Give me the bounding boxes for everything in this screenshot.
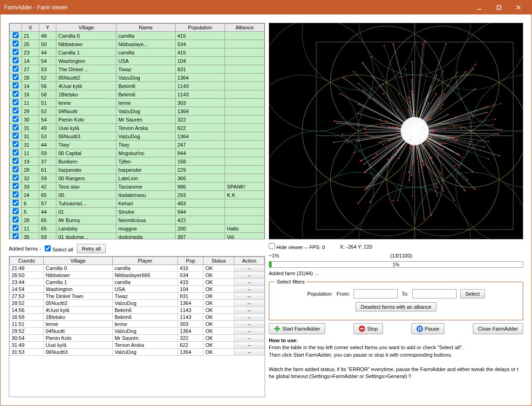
map-viewer[interactable] bbox=[269, 23, 523, 239]
farm-row[interactable]: 14564Uusi kyläBekim61143 bbox=[10, 82, 265, 90]
added-row[interactable]: 16:581BletskoBekim61143OK-- bbox=[10, 314, 265, 321]
farm-row-checkbox[interactable] bbox=[13, 200, 19, 206]
farm-col-header[interactable]: Village bbox=[56, 24, 116, 32]
farm-col-header[interactable]: Y bbox=[39, 24, 56, 32]
farm-table[interactable]: XYVillageNamePopulationAlliance 2148Cami… bbox=[9, 23, 265, 239]
pop-to-input[interactable] bbox=[412, 289, 457, 298]
farm-row-checkbox[interactable] bbox=[13, 66, 19, 72]
added-col-header[interactable]: Pop bbox=[178, 257, 204, 265]
added-row[interactable]: 26:50NibbatownNibbaslayer666534OK-- bbox=[10, 272, 265, 279]
farm-row-checkbox[interactable] bbox=[13, 41, 19, 47]
farm-row[interactable]: 1151lennelenne303 bbox=[10, 99, 265, 107]
action-button[interactable]: -- bbox=[234, 293, 265, 300]
farm-row-checkbox[interactable] bbox=[13, 133, 19, 139]
hide-viewer-control[interactable]: Hide viewer -- FPS: 0 bbox=[269, 243, 325, 250]
minimize-button[interactable] bbox=[470, 2, 489, 13]
farm-row-checkbox[interactable] bbox=[13, 166, 19, 172]
action-button[interactable]: -- bbox=[234, 328, 265, 335]
close-farmadder-button[interactable]: Close FarmAdder bbox=[473, 323, 523, 334]
farm-col-header[interactable]: X bbox=[22, 24, 39, 32]
farm-row-checkbox[interactable] bbox=[13, 99, 19, 105]
farm-row[interactable]: 1937BunkernTjifen158 bbox=[10, 157, 265, 166]
added-row[interactable]: 14:564Uusi kyläBekim61143OK-- bbox=[10, 307, 265, 314]
added-col-header[interactable]: Village bbox=[43, 257, 112, 265]
farm-row-checkbox[interactable] bbox=[13, 74, 19, 80]
farm-row[interactable]: 2865Mr BunnyNennilicious422 bbox=[10, 216, 265, 224]
farm-col-header[interactable]: Name bbox=[116, 24, 176, 32]
select-all-control[interactable]: Select all bbox=[45, 245, 73, 252]
action-button[interactable]: -- bbox=[234, 300, 265, 307]
farm-row[interactable]: 2753The Dinkel ...Tiwaz831 bbox=[10, 65, 265, 74]
added-col-header[interactable]: Player bbox=[112, 257, 177, 265]
added-col-header[interactable]: Coords bbox=[10, 257, 44, 265]
pop-from-input[interactable] bbox=[354, 289, 398, 298]
action-button[interactable]: -- bbox=[234, 307, 265, 314]
retry-all-button[interactable]: Retry all bbox=[77, 244, 106, 253]
action-button[interactable]: -- bbox=[234, 265, 265, 272]
action-button[interactable]: -- bbox=[234, 349, 265, 356]
farm-row[interactable]: 2861harpenderharpender229 bbox=[10, 166, 265, 174]
select-filter-button[interactable]: Select bbox=[460, 289, 485, 298]
farm-row[interactable]: 2344Camilla 1camilla415 bbox=[10, 48, 265, 57]
farm-row-checkbox[interactable] bbox=[13, 116, 19, 122]
farm-row[interactable]: 1165Landsbymuggne200Hallo bbox=[10, 224, 265, 233]
added-row[interactable]: 29:5204NuuttiValzuDog1364OK-- bbox=[10, 328, 265, 335]
farm-row-checkbox[interactable] bbox=[13, 49, 19, 55]
farm-row-checkbox[interactable] bbox=[13, 158, 19, 164]
farm-row-checkbox[interactable] bbox=[13, 208, 19, 214]
action-button[interactable]: -- bbox=[234, 314, 265, 321]
action-button[interactable]: -- bbox=[234, 279, 265, 286]
farm-row[interactable]: 1454WashingtonUSA104 bbox=[10, 57, 265, 65]
farm-row[interactable]: 2650NibbatownNibbaslaye...534 bbox=[10, 40, 265, 48]
farm-row[interactable]: 115900 CapitalMogoluzInc844 bbox=[10, 149, 265, 157]
farm-row[interactable]: 3144Tkey`Tkey247 bbox=[10, 141, 265, 149]
added-row[interactable]: 28:5205Nuutti2ValzuDog1364OK-- bbox=[10, 300, 265, 307]
farm-row[interactable]: 246500.Itadakimasu293K.K bbox=[10, 191, 265, 199]
farm-row-checkbox[interactable] bbox=[13, 82, 19, 88]
action-button[interactable]: -- bbox=[234, 335, 265, 342]
farm-row[interactable]: 16581BletskoBekim61143 bbox=[10, 90, 265, 99]
farm-row-checkbox[interactable] bbox=[13, 141, 19, 147]
farm-row[interactable]: 54401Sinuhe944 bbox=[10, 208, 265, 216]
deselect-alliance-button[interactable]: Deselect farms with an alliance bbox=[355, 302, 437, 311]
farm-row[interactable]: 325900 RangersLateLion366 bbox=[10, 174, 265, 183]
added-col-header[interactable]: Action bbox=[234, 257, 265, 265]
added-row[interactable]: 23:44Camilla 1camilla415OK-- bbox=[10, 279, 265, 286]
added-table[interactable]: CoordsVillagePlayerPopStatusAction 21:48… bbox=[9, 257, 265, 356]
farm-row[interactable]: 657TuhoamisI...Kehari483 bbox=[10, 199, 265, 208]
action-button[interactable]: -- bbox=[234, 342, 265, 349]
farm-row[interactable]: 3054Pienin KoloMr Saurén322 bbox=[10, 115, 265, 124]
farm-row-checkbox[interactable] bbox=[13, 124, 19, 130]
stop-button[interactable]: Stop bbox=[354, 323, 383, 334]
farm-col-header[interactable] bbox=[10, 24, 22, 32]
farm-row-checkbox[interactable] bbox=[13, 57, 19, 63]
added-row[interactable]: 21:48Camilla 0camilla415OK-- bbox=[10, 265, 265, 272]
farm-row-checkbox[interactable] bbox=[13, 233, 19, 239]
farm-row-checkbox[interactable] bbox=[13, 191, 19, 197]
start-button[interactable]: Start FarmAdder bbox=[269, 323, 325, 334]
added-row[interactable]: 11:51lennelenne303OK-- bbox=[10, 321, 265, 328]
farm-table-panel[interactable]: XYVillageNamePopulationAlliance 2148Cami… bbox=[9, 23, 265, 239]
farm-col-header[interactable]: Alliance bbox=[225, 24, 265, 32]
maximize-button[interactable] bbox=[490, 2, 508, 13]
farm-row[interactable]: 295204NuuttiValzuDog1364 bbox=[10, 107, 265, 115]
farm-row-checkbox[interactable] bbox=[13, 175, 19, 181]
farm-row-checkbox[interactable] bbox=[13, 32, 19, 38]
farm-row[interactable]: 3149Uusi kyläTervon Arska622 bbox=[10, 124, 265, 132]
added-row[interactable]: 14:54WashingtonUSA104OK-- bbox=[10, 286, 265, 293]
titlebar[interactable]: FarmAdder - Farm viewer bbox=[0, 0, 532, 14]
farm-row-checkbox[interactable] bbox=[13, 217, 19, 223]
farm-row-checkbox[interactable] bbox=[13, 91, 19, 97]
farm-row[interactable]: 285205Nuutti2ValzuDog1364 bbox=[10, 74, 265, 82]
farm-row[interactable]: 315306Nuutti3ValzuDog1364 bbox=[10, 132, 265, 141]
added-row[interactable]: 31:5306Nuutti3ValzuDog1364OK-- bbox=[10, 349, 265, 356]
added-row[interactable]: 31:49Uusi kyläTervon Arska622OK-- bbox=[10, 342, 265, 349]
farm-row[interactable]: 3342Teos slavTarzanone986SPANK! bbox=[10, 183, 265, 191]
farm-col-header[interactable]: Population bbox=[175, 24, 225, 32]
farm-row-checkbox[interactable] bbox=[13, 149, 19, 156]
farm-row-checkbox[interactable] bbox=[13, 183, 19, 189]
farm-row[interactable]: 2148Camilla 0camilla415 bbox=[10, 32, 265, 40]
added-row[interactable]: 30:54Pienin KoloMr Saurén322OK-- bbox=[10, 335, 265, 342]
farm-row-checkbox[interactable] bbox=[13, 108, 19, 114]
farm-row[interactable]: 355901 dodome...dodomeda397Viö bbox=[10, 233, 265, 240]
